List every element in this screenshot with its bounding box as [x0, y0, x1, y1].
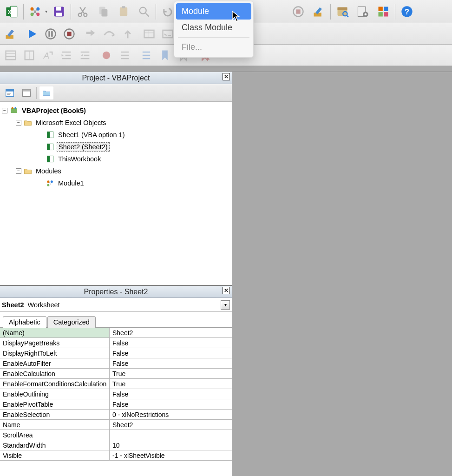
svg-rect-34 [48, 31, 50, 37]
property-row[interactable]: StandardWidth10 [0, 440, 232, 450]
svg-point-62 [47, 180, 49, 183]
indent-button[interactable] [59, 47, 74, 63]
properties-grid[interactable]: (Name)Sheet2 DisplayPageBreaksFalse Disp… [0, 328, 232, 476]
project-icon [9, 106, 19, 115]
step-over-button[interactable] [101, 26, 117, 42]
svg-text:X: X [8, 8, 12, 14]
property-row[interactable]: EnablePivotTableFalse [0, 399, 232, 410]
tree-node-project[interactable]: VBAProject (Book5) [20, 106, 87, 115]
outdent-button[interactable] [77, 47, 93, 63]
svg-rect-61 [47, 156, 50, 162]
run-button[interactable] [24, 26, 40, 42]
object-selector[interactable]: Sheet2 Worksheet ▾ [0, 298, 232, 312]
workbook-icon [46, 154, 55, 164]
toggle-folders-button[interactable] [39, 86, 53, 99]
tab-categorized[interactable]: Categorized [47, 316, 96, 328]
step-out-button[interactable] [120, 26, 136, 42]
toolbox-icon[interactable] [26, 3, 44, 20]
chevron-down-icon[interactable]: ▾ [221, 300, 230, 310]
svg-rect-21 [338, 7, 347, 10]
svg-rect-52 [23, 89, 31, 91]
svg-point-6 [36, 13, 39, 16]
immediate-window-button[interactable] [160, 26, 176, 42]
list-constants-button[interactable] [21, 47, 37, 63]
code-area [232, 72, 452, 476]
svg-rect-55 [15, 107, 16, 109]
folder-icon [23, 166, 33, 176]
svg-point-63 [51, 180, 53, 183]
tree-node-sheet2[interactable]: Sheet2 (Sheet2) [57, 142, 110, 152]
project-tree[interactable]: − VBAProject (Book5) − Microsoft Excel O… [0, 102, 232, 285]
tab-alphabetic[interactable]: Alphabetic [3, 316, 46, 328]
comment-block-button[interactable] [117, 47, 133, 63]
view-object-button[interactable] [20, 86, 33, 99]
step-into-button[interactable] [83, 26, 98, 42]
folder-icon [23, 118, 33, 127]
locals-window-button[interactable] [141, 26, 157, 42]
svg-point-48 [103, 51, 110, 59]
property-row[interactable]: EnableSelection0 - xlNoRestrictions [0, 410, 232, 420]
property-row[interactable]: EnableOutliningFalse [0, 389, 232, 399]
tree-node-module1[interactable]: Module1 [57, 179, 85, 187]
property-row[interactable]: NameSheet2 [0, 420, 232, 430]
worksheet-icon [46, 142, 55, 152]
menu-item-file[interactable]: File... [174, 39, 253, 55]
tree-node-sheet1[interactable]: Sheet1 (VBA option 1) [57, 131, 126, 139]
svg-rect-26 [379, 7, 383, 11]
svg-point-4 [36, 7, 39, 10]
property-row[interactable]: EnableAutoFilterFalse [0, 358, 232, 369]
object-type: Worksheet [28, 301, 60, 309]
svg-rect-57 [47, 132, 50, 138]
close-icon[interactable]: ✕ [223, 73, 230, 80]
project-explorer-pane: Project - VBAProject ✕ − VBAProject (Boo… [0, 72, 232, 286]
reset-button[interactable] [61, 26, 77, 42]
svg-rect-9 [56, 13, 62, 16]
properties-tabs: Alphabetic Categorized [0, 312, 232, 328]
svg-rect-13 [102, 9, 108, 16]
property-row[interactable]: Visible-1 - xlSheetVisible [0, 450, 232, 461]
property-row[interactable]: DisplayPageBreaksFalse [0, 338, 232, 348]
property-row[interactable]: DisplayRightToLeftFalse [0, 348, 232, 358]
object-browser-button[interactable] [374, 3, 392, 20]
copy-button[interactable] [94, 3, 112, 20]
insert-menu-dropdown: Module Class Module File... [174, 1, 254, 58]
svg-rect-15 [122, 6, 125, 8]
property-row[interactable]: (Name)Sheet2 [0, 328, 232, 338]
help-button[interactable]: ? [398, 3, 416, 20]
tree-node-excel-objects[interactable]: Microsoft Excel Objects [34, 119, 108, 127]
toggle-bookmark-button[interactable] [157, 47, 173, 63]
svg-point-25 [365, 13, 367, 15]
save-button[interactable] [50, 3, 68, 20]
list-properties-button[interactable] [3, 47, 19, 63]
paste-button[interactable] [115, 3, 132, 20]
property-row[interactable]: ScrollArea [0, 430, 232, 440]
design-mode-button[interactable] [310, 3, 328, 20]
excel-icon[interactable]: X [3, 3, 20, 20]
compile-button[interactable] [3, 26, 19, 42]
pause-button[interactable] [43, 26, 59, 42]
svg-rect-28 [379, 12, 383, 16]
tree-node-thisworkbook[interactable]: ThisWorkbook [57, 155, 102, 163]
stop-button[interactable] [289, 3, 307, 20]
project-explorer-button[interactable] [334, 3, 351, 20]
svg-rect-39 [163, 30, 173, 37]
uncomment-block-button[interactable] [138, 47, 154, 63]
collapse-toggle-icon[interactable]: − [16, 120, 21, 126]
cut-button[interactable] [74, 3, 92, 20]
view-code-button[interactable] [3, 86, 17, 99]
collapse-toggle-icon[interactable]: − [16, 168, 21, 174]
properties-button[interactable] [354, 3, 372, 20]
property-row[interactable]: EnableCalculationTrue [0, 369, 232, 379]
menu-item-class-module[interactable]: Class Module [174, 20, 253, 36]
svg-rect-29 [384, 12, 388, 16]
tree-node-modules[interactable]: Modules [34, 167, 63, 175]
property-row[interactable]: EnableFormatConditionsCalculationTrue [0, 379, 232, 389]
toggle-breakpoint-button[interactable] [98, 47, 114, 63]
collapse-toggle-icon[interactable]: − [2, 108, 7, 113]
quick-info-button[interactable]: A [40, 47, 56, 63]
find-button[interactable] [135, 3, 153, 20]
close-icon[interactable]: ✕ [223, 287, 230, 294]
cursor-icon [231, 10, 241, 24]
svg-rect-27 [384, 7, 388, 11]
svg-rect-59 [47, 144, 50, 150]
